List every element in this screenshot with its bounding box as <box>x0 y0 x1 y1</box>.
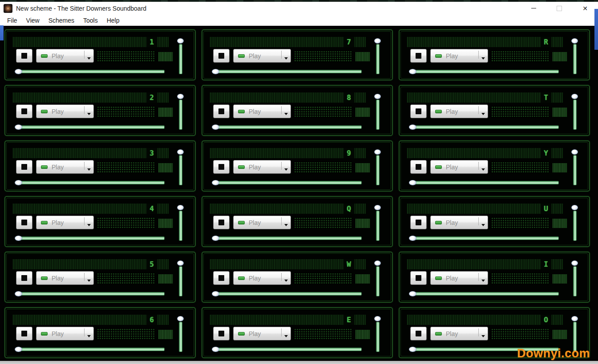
seek-slider-thumb[interactable] <box>15 69 22 74</box>
seek-slider-horizontal[interactable] <box>15 180 165 186</box>
play-button[interactable]: Play <box>36 327 94 340</box>
stop-button[interactable] <box>16 216 32 229</box>
dropdown-arrow-icon[interactable] <box>284 335 288 337</box>
seek-slider-horizontal[interactable] <box>409 68 559 75</box>
seek-slider-horizontal[interactable] <box>212 68 362 75</box>
seek-slider-thumb[interactable] <box>409 124 416 130</box>
volume-slider-thumb[interactable] <box>571 260 578 266</box>
volume-slider-thumb[interactable] <box>571 38 578 44</box>
seek-slider-thumb[interactable] <box>409 236 416 241</box>
play-button[interactable]: Play <box>233 160 291 174</box>
stop-button[interactable] <box>410 216 427 229</box>
volume-slider-vertical[interactable] <box>176 38 185 75</box>
volume-slider-vertical[interactable] <box>373 94 382 130</box>
play-button[interactable]: Play <box>430 216 488 229</box>
dropdown-arrow-icon[interactable] <box>284 224 288 226</box>
menu-view[interactable]: View <box>22 17 44 24</box>
volume-slider-thumb[interactable] <box>177 94 184 99</box>
stop-button[interactable] <box>410 271 427 285</box>
dropdown-arrow-icon[interactable] <box>284 57 288 60</box>
play-button[interactable]: Play <box>233 104 291 118</box>
volume-slider-thumb[interactable] <box>571 205 578 210</box>
stop-button[interactable] <box>213 216 230 229</box>
volume-slider-thumb[interactable] <box>571 316 578 321</box>
seek-slider-horizontal[interactable] <box>212 346 362 352</box>
play-button[interactable]: Play <box>233 49 291 63</box>
dropdown-arrow-icon[interactable] <box>481 113 485 115</box>
seek-slider-horizontal[interactable] <box>15 68 165 75</box>
play-button[interactable]: Play <box>233 216 291 229</box>
play-button[interactable]: Play <box>36 216 94 229</box>
dropdown-arrow-icon[interactable] <box>284 280 288 282</box>
dropdown-arrow-icon[interactable] <box>87 57 91 60</box>
menu-help[interactable]: Help <box>102 17 124 24</box>
seek-slider-thumb[interactable] <box>15 347 22 352</box>
volume-slider-thumb[interactable] <box>374 316 381 321</box>
seek-slider-thumb[interactable] <box>212 291 219 296</box>
stop-button[interactable] <box>213 160 230 174</box>
play-button[interactable]: Play <box>430 160 488 174</box>
volume-slider-thumb[interactable] <box>374 149 381 155</box>
seek-slider-thumb[interactable] <box>15 291 22 296</box>
menu-schemes[interactable]: Schemes <box>44 17 79 24</box>
seek-slider-horizontal[interactable] <box>15 346 165 352</box>
play-button[interactable]: Play <box>233 271 291 285</box>
seek-slider-thumb[interactable] <box>15 124 22 130</box>
volume-slider-thumb[interactable] <box>374 260 381 266</box>
volume-slider-vertical[interactable] <box>176 260 185 297</box>
volume-slider-thumb[interactable] <box>571 149 578 155</box>
stop-button[interactable] <box>16 104 32 118</box>
seek-slider-horizontal[interactable] <box>409 235 559 241</box>
seek-slider-horizontal[interactable] <box>409 180 559 186</box>
seek-slider-thumb[interactable] <box>409 347 416 352</box>
dropdown-arrow-icon[interactable] <box>481 57 485 60</box>
volume-slider-vertical[interactable] <box>570 260 579 297</box>
volume-slider-vertical[interactable] <box>570 149 579 186</box>
seek-slider-horizontal[interactable] <box>212 235 362 241</box>
seek-slider-thumb[interactable] <box>212 69 219 74</box>
seek-slider-thumb[interactable] <box>409 180 416 185</box>
volume-slider-vertical[interactable] <box>373 205 382 241</box>
seek-slider-thumb[interactable] <box>409 69 416 74</box>
play-button[interactable]: Play <box>36 271 94 285</box>
stop-button[interactable] <box>410 160 427 174</box>
volume-slider-vertical[interactable] <box>373 38 382 75</box>
dropdown-arrow-icon[interactable] <box>481 168 485 171</box>
stop-button[interactable] <box>410 49 427 63</box>
volume-slider-vertical[interactable] <box>570 38 579 75</box>
seek-slider-thumb[interactable] <box>15 180 22 185</box>
play-button[interactable]: Play <box>430 271 488 285</box>
dropdown-arrow-icon[interactable] <box>481 335 485 337</box>
seek-slider-horizontal[interactable] <box>212 124 362 130</box>
dropdown-arrow-icon[interactable] <box>284 113 288 115</box>
volume-slider-vertical[interactable] <box>570 205 579 241</box>
volume-slider-thumb[interactable] <box>374 94 381 99</box>
stop-button[interactable] <box>410 104 427 118</box>
volume-slider-thumb[interactable] <box>177 149 184 155</box>
seek-slider-thumb[interactable] <box>409 291 416 296</box>
play-button[interactable]: Play <box>233 327 291 340</box>
play-button[interactable]: Play <box>430 104 488 118</box>
volume-slider-thumb[interactable] <box>374 38 381 44</box>
dropdown-arrow-icon[interactable] <box>481 224 485 226</box>
volume-slider-vertical[interactable] <box>176 94 185 130</box>
stop-button[interactable] <box>16 160 32 174</box>
volume-slider-thumb[interactable] <box>177 316 184 321</box>
volume-slider-thumb[interactable] <box>177 205 184 210</box>
volume-slider-vertical[interactable] <box>176 316 185 352</box>
volume-slider-thumb[interactable] <box>177 260 184 266</box>
stop-button[interactable] <box>213 271 230 285</box>
dropdown-arrow-icon[interactable] <box>87 224 91 226</box>
stop-button[interactable] <box>16 327 32 340</box>
play-button[interactable]: Play <box>430 327 488 340</box>
menu-file[interactable]: File <box>3 17 22 24</box>
dropdown-arrow-icon[interactable] <box>87 280 91 282</box>
seek-slider-horizontal[interactable] <box>212 291 362 297</box>
seek-slider-thumb[interactable] <box>212 180 219 185</box>
dropdown-arrow-icon[interactable] <box>284 168 288 171</box>
seek-slider-horizontal[interactable] <box>15 124 165 130</box>
volume-slider-vertical[interactable] <box>373 149 382 186</box>
seek-slider-horizontal[interactable] <box>409 124 559 130</box>
seek-slider-horizontal[interactable] <box>212 180 362 186</box>
volume-slider-vertical[interactable] <box>373 316 382 352</box>
